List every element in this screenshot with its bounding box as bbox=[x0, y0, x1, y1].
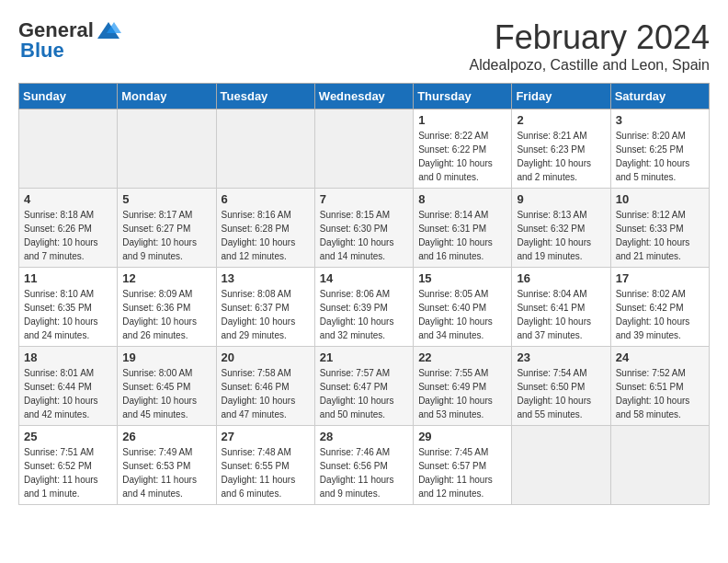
calendar-cell: 18Sunrise: 8:01 AMSunset: 6:44 PMDayligh… bbox=[19, 347, 118, 426]
day-info: Sunrise: 8:13 AMSunset: 6:32 PMDaylight:… bbox=[517, 208, 605, 263]
calendar-cell bbox=[512, 426, 610, 505]
calendar-week-2: 4Sunrise: 8:18 AMSunset: 6:26 PMDaylight… bbox=[19, 189, 710, 268]
calendar-cell: 12Sunrise: 8:09 AMSunset: 6:36 PMDayligh… bbox=[118, 268, 216, 347]
calendar-cell bbox=[118, 109, 216, 189]
calendar-week-1: 1Sunrise: 8:22 AMSunset: 6:22 PMDaylight… bbox=[19, 109, 710, 189]
day-number: 23 bbox=[517, 350, 605, 364]
calendar-cell: 25Sunrise: 7:51 AMSunset: 6:52 PMDayligh… bbox=[19, 426, 118, 505]
calendar-cell: 7Sunrise: 8:15 AMSunset: 6:30 PMDaylight… bbox=[314, 189, 413, 268]
day-info: Sunrise: 8:04 AMSunset: 6:41 PMDaylight:… bbox=[517, 287, 605, 342]
day-info: Sunrise: 8:12 AMSunset: 6:33 PMDaylight:… bbox=[616, 208, 704, 263]
calendar-week-4: 18Sunrise: 8:01 AMSunset: 6:44 PMDayligh… bbox=[19, 347, 710, 426]
day-info: Sunrise: 8:17 AMSunset: 6:27 PMDaylight:… bbox=[122, 208, 210, 263]
calendar-cell: 1Sunrise: 8:22 AMSunset: 6:22 PMDaylight… bbox=[414, 109, 512, 189]
calendar-week-5: 25Sunrise: 7:51 AMSunset: 6:52 PMDayligh… bbox=[19, 426, 710, 505]
calendar-cell bbox=[19, 109, 118, 189]
day-number: 7 bbox=[320, 192, 408, 206]
calendar-cell bbox=[216, 109, 314, 189]
calendar-cell: 16Sunrise: 8:04 AMSunset: 6:41 PMDayligh… bbox=[512, 268, 610, 347]
calendar-table: SundayMondayTuesdayWednesdayThursdayFrid… bbox=[18, 83, 710, 505]
logo-blue: Blue bbox=[20, 39, 64, 63]
day-number: 1 bbox=[418, 113, 506, 127]
day-info: Sunrise: 8:21 AMSunset: 6:23 PMDaylight:… bbox=[517, 129, 605, 184]
day-number: 27 bbox=[222, 430, 310, 443]
logo-icon bbox=[96, 20, 121, 40]
calendar-cell: 9Sunrise: 8:13 AMSunset: 6:32 PMDaylight… bbox=[512, 189, 610, 268]
day-number: 14 bbox=[320, 271, 408, 285]
day-info: Sunrise: 8:08 AMSunset: 6:37 PMDaylight:… bbox=[222, 287, 310, 342]
day-info: Sunrise: 7:49 AMSunset: 6:53 PMDaylight:… bbox=[122, 445, 210, 500]
day-number: 21 bbox=[320, 350, 408, 364]
day-info: Sunrise: 7:52 AMSunset: 6:51 PMDaylight:… bbox=[616, 366, 704, 421]
day-info: Sunrise: 8:20 AMSunset: 6:25 PMDaylight:… bbox=[616, 129, 704, 184]
calendar-header-row: SundayMondayTuesdayWednesdayThursdayFrid… bbox=[19, 84, 710, 109]
page-header: General Blue February 2024 Aldealpozo, C… bbox=[18, 18, 710, 74]
day-number: 25 bbox=[24, 430, 112, 443]
day-info: Sunrise: 8:16 AMSunset: 6:28 PMDaylight:… bbox=[222, 208, 310, 263]
calendar-cell: 26Sunrise: 7:49 AMSunset: 6:53 PMDayligh… bbox=[118, 426, 216, 505]
calendar-week-3: 11Sunrise: 8:10 AMSunset: 6:35 PMDayligh… bbox=[19, 268, 710, 347]
calendar-body: 1Sunrise: 8:22 AMSunset: 6:22 PMDaylight… bbox=[19, 109, 710, 505]
day-number: 22 bbox=[418, 350, 506, 364]
day-info: Sunrise: 8:10 AMSunset: 6:35 PMDaylight:… bbox=[24, 287, 112, 342]
day-number: 15 bbox=[418, 271, 506, 285]
day-number: 9 bbox=[517, 192, 605, 206]
calendar-cell: 6Sunrise: 8:16 AMSunset: 6:28 PMDaylight… bbox=[216, 189, 314, 268]
day-number: 12 bbox=[122, 271, 210, 285]
calendar-cell: 29Sunrise: 7:45 AMSunset: 6:57 PMDayligh… bbox=[414, 426, 512, 505]
logo: General Blue bbox=[18, 18, 121, 63]
calendar-cell: 5Sunrise: 8:17 AMSunset: 6:27 PMDaylight… bbox=[118, 189, 216, 268]
day-info: Sunrise: 8:09 AMSunset: 6:36 PMDaylight:… bbox=[122, 287, 210, 342]
calendar-cell: 23Sunrise: 7:54 AMSunset: 6:50 PMDayligh… bbox=[512, 347, 610, 426]
weekday-header-sunday: Sunday bbox=[19, 84, 118, 109]
day-number: 20 bbox=[222, 350, 310, 364]
month-title: February 2024 bbox=[469, 18, 710, 57]
day-number: 28 bbox=[320, 430, 408, 443]
day-info: Sunrise: 8:22 AMSunset: 6:22 PMDaylight:… bbox=[418, 129, 506, 184]
day-info: Sunrise: 7:58 AMSunset: 6:46 PMDaylight:… bbox=[222, 366, 310, 421]
calendar-cell: 24Sunrise: 7:52 AMSunset: 6:51 PMDayligh… bbox=[610, 347, 709, 426]
day-info: Sunrise: 7:48 AMSunset: 6:55 PMDaylight:… bbox=[222, 445, 310, 500]
day-info: Sunrise: 8:06 AMSunset: 6:39 PMDaylight:… bbox=[320, 287, 408, 342]
weekday-header-tuesday: Tuesday bbox=[216, 84, 314, 109]
day-number: 6 bbox=[222, 192, 310, 206]
calendar-cell: 3Sunrise: 8:20 AMSunset: 6:25 PMDaylight… bbox=[610, 109, 709, 189]
calendar-cell: 20Sunrise: 7:58 AMSunset: 6:46 PMDayligh… bbox=[216, 347, 314, 426]
day-number: 19 bbox=[122, 350, 210, 364]
calendar-cell: 2Sunrise: 8:21 AMSunset: 6:23 PMDaylight… bbox=[512, 109, 610, 189]
calendar-cell: 13Sunrise: 8:08 AMSunset: 6:37 PMDayligh… bbox=[216, 268, 314, 347]
day-number: 16 bbox=[517, 271, 605, 285]
location-title: Aldealpozo, Castille and Leon, Spain bbox=[469, 57, 710, 74]
day-number: 8 bbox=[418, 192, 506, 206]
day-info: Sunrise: 8:05 AMSunset: 6:40 PMDaylight:… bbox=[418, 287, 506, 342]
calendar-cell bbox=[610, 426, 709, 505]
calendar-cell: 11Sunrise: 8:10 AMSunset: 6:35 PMDayligh… bbox=[19, 268, 118, 347]
day-info: Sunrise: 7:46 AMSunset: 6:56 PMDaylight:… bbox=[320, 445, 408, 500]
calendar-cell: 28Sunrise: 7:46 AMSunset: 6:56 PMDayligh… bbox=[314, 426, 413, 505]
weekday-header-wednesday: Wednesday bbox=[314, 84, 413, 109]
day-info: Sunrise: 7:45 AMSunset: 6:57 PMDaylight:… bbox=[418, 445, 506, 500]
day-number: 18 bbox=[24, 350, 112, 364]
day-number: 4 bbox=[24, 192, 112, 206]
calendar-cell: 4Sunrise: 8:18 AMSunset: 6:26 PMDaylight… bbox=[19, 189, 118, 268]
calendar-cell: 19Sunrise: 8:00 AMSunset: 6:45 PMDayligh… bbox=[118, 347, 216, 426]
day-number: 24 bbox=[616, 350, 704, 364]
day-info: Sunrise: 7:57 AMSunset: 6:47 PMDaylight:… bbox=[320, 366, 408, 421]
day-number: 5 bbox=[122, 192, 210, 206]
day-number: 13 bbox=[222, 271, 310, 285]
day-number: 17 bbox=[616, 271, 704, 285]
title-block: February 2024 Aldealpozo, Castille and L… bbox=[469, 18, 710, 74]
calendar-cell: 22Sunrise: 7:55 AMSunset: 6:49 PMDayligh… bbox=[414, 347, 512, 426]
calendar-cell: 21Sunrise: 7:57 AMSunset: 6:47 PMDayligh… bbox=[314, 347, 413, 426]
weekday-header-friday: Friday bbox=[512, 84, 610, 109]
day-number: 2 bbox=[517, 113, 605, 127]
weekday-header-monday: Monday bbox=[118, 84, 216, 109]
calendar-cell: 14Sunrise: 8:06 AMSunset: 6:39 PMDayligh… bbox=[314, 268, 413, 347]
day-info: Sunrise: 7:54 AMSunset: 6:50 PMDaylight:… bbox=[517, 366, 605, 421]
day-info: Sunrise: 8:14 AMSunset: 6:31 PMDaylight:… bbox=[418, 208, 506, 263]
calendar-cell: 8Sunrise: 8:14 AMSunset: 6:31 PMDaylight… bbox=[414, 189, 512, 268]
day-number: 26 bbox=[122, 430, 210, 443]
weekday-header-saturday: Saturday bbox=[610, 84, 709, 109]
day-number: 11 bbox=[24, 271, 112, 285]
calendar-cell bbox=[314, 109, 413, 189]
